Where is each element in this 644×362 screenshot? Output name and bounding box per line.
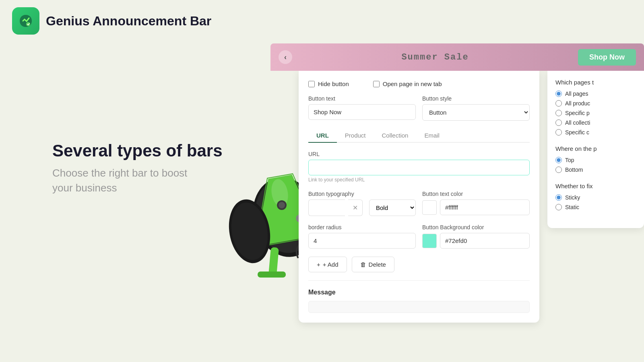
right-settings-panel: Which pages t All pages All produc Speci…: [547, 71, 644, 228]
pages-specific-collection[interactable]: Specific c: [555, 129, 636, 136]
hide-button-label: Hide button: [318, 80, 349, 87]
typo-input-row: ✕ Bold Thin Light Regular Extra Bold: [308, 200, 416, 216]
url-label: URL: [308, 151, 530, 157]
button-typography-label: Button typography: [308, 191, 416, 197]
pages-all-pages[interactable]: All pages: [555, 90, 636, 97]
pages-all-products-label: All produc: [565, 100, 590, 107]
pages-all-collections[interactable]: All collecti: [555, 119, 636, 126]
pages-all-pages-label: All pages: [565, 90, 588, 97]
tab-email[interactable]: Email: [416, 129, 448, 143]
radius-bgcolor-row: border radius Button Background color: [308, 224, 530, 249]
position-bottom-label: Bottom: [565, 167, 583, 173]
svg-rect-9: [258, 272, 286, 278]
fix-sticky-label: Sticky: [565, 194, 580, 201]
which-pages-section: Which pages t All pages All produc Speci…: [555, 79, 636, 136]
pages-specific-collection-radio[interactable]: [555, 129, 562, 136]
message-section: Message: [308, 280, 530, 313]
border-radius-group: border radius: [308, 224, 416, 249]
button-text-color-label: Button text color: [422, 191, 530, 197]
svg-point-13: [279, 202, 285, 208]
add-icon: +: [317, 261, 320, 268]
announcement-bar-preview: ‹ Summer Sale Shop Now: [270, 43, 644, 71]
add-button[interactable]: + + Add: [308, 257, 347, 272]
button-text-color-group: Button text color: [422, 191, 530, 215]
add-button-label: + Add: [323, 261, 339, 268]
position-top[interactable]: Top: [555, 157, 636, 163]
bg-color-input-row: [422, 233, 530, 249]
button-style-select[interactable]: Button Link Outline: [422, 104, 530, 121]
where-on-page-title: Where on the p: [555, 145, 636, 152]
message-toolbar: [308, 301, 530, 313]
pages-all-products-radio[interactable]: [555, 100, 562, 107]
url-input[interactable]: [308, 160, 530, 175]
svg-point-0: [26, 22, 30, 26]
position-top-radio[interactable]: [555, 157, 562, 163]
border-radius-label: border radius: [308, 224, 416, 230]
button-typography-group: Button typography ✕ Bold Thin Light Regu…: [308, 191, 416, 216]
fix-sticky-radio[interactable]: [555, 194, 562, 201]
text-color-input-row: [422, 200, 530, 215]
bar-back-button[interactable]: ‹: [279, 50, 292, 64]
checkbox-row: Hide button Open page in new tab: [308, 80, 530, 87]
fix-static-radio[interactable]: [555, 204, 562, 210]
tab-collection[interactable]: Collection: [374, 129, 417, 143]
url-hint: Link to your specified URL: [308, 177, 530, 183]
bar-cta-button[interactable]: Shop Now: [578, 49, 636, 66]
app-logo: [12, 7, 39, 35]
font-clear-button[interactable]: ✕: [348, 200, 363, 216]
button-text-input[interactable]: [308, 104, 416, 120]
tab-product[interactable]: Product: [337, 129, 374, 143]
button-text-label: Button text: [308, 95, 416, 102]
hide-button-input[interactable]: [308, 81, 315, 87]
position-bottom[interactable]: Bottom: [555, 167, 636, 173]
typography-color-row: Button typography ✕ Bold Thin Light Regu…: [308, 191, 530, 216]
app-header: Genius Announcement Bar: [0, 0, 644, 42]
button-style-group: Button style Button Link Outline: [422, 95, 530, 121]
which-pages-title: Which pages t: [555, 79, 636, 86]
position-top-label: Top: [565, 157, 574, 163]
text-color-input[interactable]: [440, 200, 530, 215]
fix-section: Whether to fix Sticky Static: [555, 183, 636, 210]
open-new-tab-input[interactable]: [373, 81, 380, 87]
bar-message-text: Summer Sale: [292, 52, 578, 62]
button-text-style-row: Button text Button style Button Link Out…: [308, 95, 530, 121]
position-bottom-radio[interactable]: [555, 167, 562, 173]
fix-static-label: Static: [565, 204, 579, 210]
delete-button-label: Delete: [369, 261, 386, 268]
action-buttons-row: + + Add 🗑 Delete: [308, 257, 530, 272]
fix-title: Whether to fix: [555, 183, 636, 189]
tab-url[interactable]: URL: [308, 129, 337, 143]
url-section: URL Link to your specified URL: [308, 151, 530, 183]
trash-icon: 🗑: [360, 261, 366, 268]
button-text-group: Button text: [308, 95, 416, 121]
delete-button[interactable]: 🗑 Delete: [352, 257, 394, 272]
pages-specific-collection-label: Specific c: [565, 129, 589, 136]
bg-color-input[interactable]: [440, 233, 530, 249]
fix-sticky[interactable]: Sticky: [555, 194, 636, 201]
pages-all-pages-radio[interactable]: [555, 90, 562, 97]
pages-specific-product[interactable]: Specific p: [555, 110, 636, 116]
pages-all-collections-label: All collecti: [565, 119, 590, 126]
bg-color-swatch[interactable]: [422, 234, 437, 248]
message-section-title: Message: [308, 289, 530, 296]
hide-button-checkbox[interactable]: Hide button: [308, 80, 349, 87]
where-on-page-section: Where on the p Top Bottom: [555, 145, 636, 173]
button-style-label: Button style: [422, 95, 530, 102]
url-tabs: URL Product Collection Email: [308, 129, 530, 143]
fix-static[interactable]: Static: [555, 204, 636, 210]
bg-color-label: Button Background color: [422, 224, 530, 230]
pages-all-products[interactable]: All produc: [555, 100, 636, 107]
pages-specific-radio[interactable]: [555, 110, 562, 116]
pages-all-collections-radio[interactable]: [555, 119, 562, 126]
bg-color-group: Button Background color: [422, 224, 530, 249]
main-settings-panel: Hide button Open page in new tab Button …: [299, 71, 539, 323]
app-title: Genius Announcement Bar: [46, 14, 211, 29]
text-color-swatch[interactable]: [422, 200, 437, 215]
border-radius-input[interactable]: [308, 233, 416, 249]
open-new-tab-checkbox[interactable]: Open page in new tab: [373, 80, 442, 87]
open-new-tab-label: Open page in new tab: [383, 80, 442, 87]
font-weight-select[interactable]: Bold Thin Light Regular Extra Bold: [369, 200, 416, 216]
font-family-input[interactable]: [308, 200, 345, 216]
pages-specific-label: Specific p: [565, 110, 590, 116]
